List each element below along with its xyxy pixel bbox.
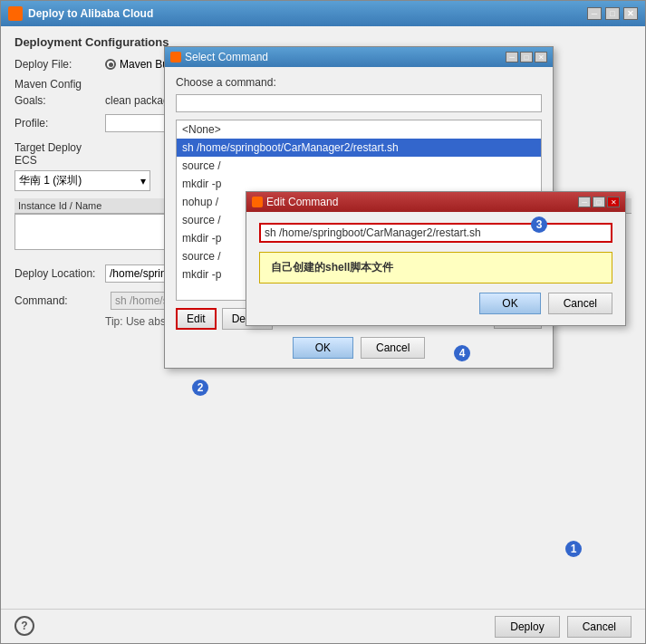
search-input[interactable] — [176, 94, 542, 112]
edit-dialog-close-btn[interactable]: ✕ — [607, 197, 620, 207]
deploy-radio[interactable] — [105, 59, 116, 70]
select-cmd-title: Select Command — [185, 51, 268, 63]
list-item[interactable]: <None> — [177, 120, 541, 139]
dialog-minimize-btn[interactable]: ─ — [506, 52, 518, 62]
region-value: 华南 1 (深圳) — [19, 173, 82, 188]
deploy-button[interactable]: Deploy — [495, 616, 559, 638]
maximize-btn[interactable]: □ — [605, 7, 620, 20]
edit-dialog-maximize-btn[interactable]: □ — [593, 197, 605, 207]
circle-2: 2 — [192, 380, 208, 396]
select-cmd-titlebar: Select Command ─ □ ✕ — [165, 47, 553, 67]
help-button[interactable]: ? — [14, 616, 34, 636]
deploy-location-label: Deploy Location: — [14, 267, 105, 280]
main-titlebar: Deploy to Alibaba Cloud ─ □ ✕ — [1, 1, 645, 26]
deploy-file-label: Deploy File: — [14, 58, 105, 71]
list-item[interactable]: sh /home/springboot/CarManager2/restart.… — [177, 139, 541, 157]
list-item[interactable]: source / — [177, 157, 541, 175]
profile-label: Profile: — [14, 117, 105, 130]
edit-button[interactable]: Edit — [176, 308, 217, 330]
chevron-down-icon: ▾ — [140, 175, 146, 187]
cancel-button-dialog[interactable]: Cancel — [361, 337, 425, 359]
ok-cancel-row: OK Cancel — [176, 337, 542, 359]
bottom-bar: Deploy Cancel — [1, 609, 645, 643]
edit-cmd-title: Edit Command — [266, 196, 338, 208]
edit-command-input[interactable] — [259, 223, 612, 243]
dialog-maximize-btn[interactable]: □ — [520, 52, 533, 62]
titlebar-controls: ─ □ ✕ — [587, 7, 638, 20]
goals-label: Goals: — [14, 94, 105, 107]
dialog-app-icon — [170, 52, 181, 62]
circle-1: 1 — [565, 541, 582, 557]
edit-dialog-bottom: OK Cancel — [259, 293, 612, 314]
circle-3: 3 — [531, 216, 547, 233]
edit-dialog-controls: ─ □ ✕ — [578, 197, 620, 207]
region-dropdown[interactable]: 华南 1 (深圳) ▾ — [14, 170, 150, 191]
deploy-file-value: Maven Bu — [120, 58, 169, 71]
edit-dialog-icon — [252, 197, 263, 207]
circle-4: 4 — [454, 345, 470, 361]
target-label: Target Deploy ECS — [14, 141, 105, 167]
dialog-close-btn[interactable]: ✕ — [535, 52, 547, 62]
list-item[interactable]: mkdir -p — [177, 175, 541, 193]
edit-cancel-button[interactable]: Cancel — [548, 293, 612, 314]
edit-dialog-minimize-btn[interactable]: ─ — [578, 197, 591, 207]
main-title: Deploy to Alibaba Cloud — [28, 7, 153, 20]
annotation-text: 自己创建的shell脚本文件 — [271, 261, 393, 274]
close-btn[interactable]: ✕ — [623, 7, 638, 20]
annotation-box: 自己创建的shell脚本文件 — [259, 252, 612, 284]
instance-table[interactable] — [14, 214, 187, 250]
dialog-titlebar-controls: ─ □ ✕ — [506, 52, 547, 62]
choose-label: Choose a command: — [176, 76, 542, 89]
edit-cmd-titlebar: Edit Command ─ □ ✕ — [246, 192, 625, 212]
cancel-button[interactable]: Cancel — [567, 616, 632, 638]
command-label: Command: — [14, 294, 105, 307]
edit-command-dialog: Edit Command ─ □ ✕ 自己创建的shell脚本文件 OK Can… — [246, 191, 626, 326]
main-window: Deploy to Alibaba Cloud ─ □ ✕ Deployment… — [0, 0, 646, 644]
maven-config-label: Maven Config — [14, 78, 105, 91]
app-icon — [8, 6, 23, 21]
ok-button[interactable]: OK — [293, 337, 353, 359]
edit-dialog-content: 自己创建的shell脚本文件 OK Cancel — [246, 212, 625, 325]
deploy-file-option: Maven Bu — [105, 58, 169, 71]
minimize-btn[interactable]: ─ — [587, 7, 602, 20]
edit-ok-button[interactable]: OK — [479, 293, 540, 314]
